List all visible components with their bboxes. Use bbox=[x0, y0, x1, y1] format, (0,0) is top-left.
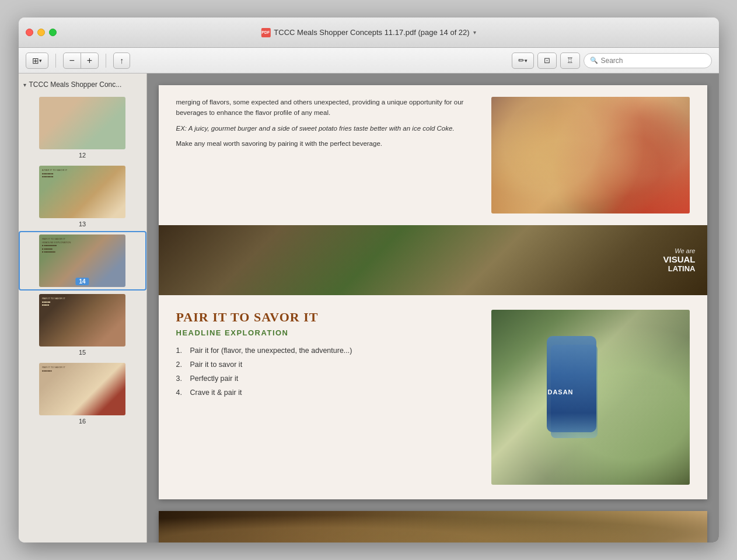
headline-exploration-label: HEADLINE EXPLORATION bbox=[176, 328, 477, 337]
list-text-2: Pair it to savor it bbox=[190, 360, 243, 369]
sidebar-arrow-icon: ▾ bbox=[23, 82, 26, 88]
sidebar-header: ▾ TCCC Meals Shopper Conc... bbox=[19, 78, 146, 93]
we-are-text: We are bbox=[663, 247, 695, 254]
pen-group: ✏ ▾ bbox=[512, 52, 534, 69]
close-button[interactable] bbox=[26, 29, 33, 36]
list-item: 3. Perfectly pair it bbox=[176, 374, 477, 383]
thumb-15-text: PAIR IT TO SAVOR IT■■■■■■■■■■■ bbox=[42, 297, 65, 307]
search-icon: 🔍 bbox=[590, 57, 598, 64]
thumb-16-inner: PAIR IT TO SAVOR IT■■■■■■■ bbox=[39, 363, 125, 415]
share-button[interactable]: ↑ bbox=[114, 53, 130, 68]
banner-food-image: We are VISUAL LATINA bbox=[159, 225, 707, 295]
list-num-2: 2. bbox=[176, 360, 186, 369]
list-text-4: Crave it & pair it bbox=[190, 388, 242, 397]
page-14-thumbnail: PAIR IT TO SAVOR ITHEADLINE EXPLORATION■… bbox=[39, 235, 125, 287]
list-num-4: 4. bbox=[176, 388, 186, 397]
visual-text: VISUAL bbox=[663, 254, 695, 264]
thumb-12-inner bbox=[39, 97, 125, 149]
page-nav-group: ⊡ bbox=[537, 52, 557, 69]
top-paragraph-3: Make any meal worth savoring by pairing … bbox=[176, 138, 480, 149]
list-num-3: 3. bbox=[176, 374, 186, 383]
titlebar-center: PDF TCCC Meals Shopper Concepts 11.17.pd… bbox=[261, 28, 476, 37]
pair-title: PAIR IT TO SAVOR IT bbox=[176, 310, 477, 325]
page-nav-button[interactable]: ⊡ bbox=[538, 53, 556, 68]
page-lower-text: PAIR IT TO SAVOR IT HEADLINE EXPLORATION… bbox=[176, 310, 477, 485]
share-icon: ↑ bbox=[120, 56, 124, 65]
thumb-13-text: A PAIR IT TO SAVOR IT■■■■■■■■■■■■■■■■ bbox=[42, 169, 67, 178]
dasan-label: DASAN bbox=[547, 388, 573, 396]
zoom-in-button[interactable]: + bbox=[81, 53, 98, 68]
sidebar-title: TCCC Meals Shopper Conc... bbox=[29, 80, 122, 89]
minimize-button[interactable] bbox=[37, 29, 45, 36]
list-item: 2. Pair it to savor it bbox=[176, 360, 477, 369]
pdf-icon: PDF bbox=[261, 28, 270, 37]
visual-latina-watermark: We are VISUAL LATINA bbox=[663, 247, 695, 273]
window-title: TCCC Meals Shopper Concepts 11.17.pdf (p… bbox=[274, 28, 469, 37]
sidebar-item-page15[interactable]: PAIR IT TO SAVOR IT■■■■■■■■■■■ 15 bbox=[19, 290, 146, 359]
pen-button[interactable]: ✏ ▾ bbox=[512, 53, 533, 68]
sidebar-toggle-button[interactable]: ⊞ ▾ bbox=[26, 53, 48, 68]
page-13-thumbnail: A PAIR IT TO SAVOR IT■■■■■■■■■■■■■■■■ bbox=[39, 166, 125, 218]
list-text-3: Perfectly pair it bbox=[190, 374, 239, 383]
sidebar-item-page12[interactable]: 12 bbox=[19, 93, 146, 162]
pdf-area[interactable]: merging of flavors, some expected and ot… bbox=[147, 74, 719, 542]
bottom-food-image bbox=[159, 511, 707, 542]
thumb-13-inner: A PAIR IT TO SAVOR IT■■■■■■■■■■■■■■■■ bbox=[39, 166, 125, 218]
top-italic-example: EX: A juicy, gourmet burger and a side o… bbox=[176, 123, 480, 134]
sidebar: ▾ TCCC Meals Shopper Conc... 12 A PAIR I… bbox=[19, 74, 147, 542]
pair-list: 1. Pair it for (flavor, the unexpected, … bbox=[176, 346, 477, 397]
list-text-1: Pair it for (flavor, the unexpected, the… bbox=[190, 346, 352, 355]
thumb-15-inner: PAIR IT TO SAVOR IT■■■■■■■■■■■ bbox=[39, 294, 125, 346]
zoom-out-button[interactable]: − bbox=[64, 53, 81, 68]
page-12-label: 12 bbox=[79, 152, 86, 159]
pdf-page-top: merging of flavors, some expected and ot… bbox=[159, 85, 707, 499]
list-item: 4. Crave it & pair it bbox=[176, 388, 477, 397]
list-item: 1. Pair it for (flavor, the unexpected, … bbox=[176, 346, 477, 355]
top-paragraph-1: merging of flavors, some expected and ot… bbox=[176, 97, 480, 118]
share-group: ↑ bbox=[113, 52, 130, 69]
main-content: ▾ TCCC Meals Shopper Conc... 12 A PAIR I… bbox=[19, 74, 719, 542]
page-14-badge: 14 bbox=[75, 278, 89, 285]
page-15-thumbnail: PAIR IT TO SAVOR IT■■■■■■■■■■■ bbox=[39, 294, 125, 346]
page-13-label: 13 bbox=[79, 220, 86, 228]
food-burger-image bbox=[491, 97, 690, 214]
traffic-lights bbox=[26, 29, 57, 36]
bookmark-group: ♖ bbox=[560, 52, 580, 69]
thumb-16-text: PAIR IT TO SAVOR IT■■■■■■■ bbox=[42, 366, 65, 372]
maximize-button[interactable] bbox=[49, 29, 57, 36]
app-window: PDF TCCC Meals Shopper Concepts 11.17.pd… bbox=[19, 18, 719, 542]
sidebar-toggle-chevron: ▾ bbox=[39, 58, 42, 64]
page-top-text: merging of flavors, some expected and ot… bbox=[176, 97, 480, 214]
titlebar: PDF TCCC Meals Shopper Concepts 11.17.pd… bbox=[19, 18, 719, 48]
search-input[interactable] bbox=[601, 57, 705, 65]
separator-2 bbox=[106, 54, 106, 68]
page-16-thumbnail: PAIR IT TO SAVOR IT■■■■■■■ bbox=[39, 363, 125, 415]
search-box[interactable]: 🔍 bbox=[584, 53, 712, 68]
title-chevron-icon[interactable]: ▾ bbox=[473, 29, 476, 36]
toolbar-right: ✏ ▾ ⊡ ♖ 🔍 bbox=[512, 52, 712, 69]
pdf-page-bottom bbox=[159, 511, 707, 542]
page-12-thumbnail bbox=[39, 97, 125, 149]
list-num-1: 1. bbox=[176, 346, 186, 355]
sidebar-toggle-icon: ⊞ bbox=[32, 56, 39, 65]
zoom-group: − + bbox=[63, 52, 99, 69]
thumb-14-text: PAIR IT TO SAVOR ITHEADLINE EXPLORATION■… bbox=[42, 237, 71, 254]
bookmark-icon: ♖ bbox=[567, 56, 574, 65]
page-16-label: 16 bbox=[79, 418, 86, 425]
page-nav-icon: ⊡ bbox=[544, 56, 550, 65]
page-15-label: 15 bbox=[79, 349, 86, 356]
toolbar: ⊞ ▾ − + ↑ ✏ ▾ bbox=[19, 48, 719, 74]
sidebar-item-page13[interactable]: A PAIR IT TO SAVOR IT■■■■■■■■■■■■■■■■ 13 bbox=[19, 162, 146, 231]
sidebar-toggle-group[interactable]: ⊞ ▾ bbox=[26, 52, 48, 69]
page-top-section: merging of flavors, some expected and ot… bbox=[159, 85, 707, 225]
sidebar-item-page14[interactable]: PAIR IT TO SAVOR ITHEADLINE EXPLORATION■… bbox=[19, 231, 146, 290]
pen-icon: ✏ bbox=[518, 56, 525, 65]
dasan-water-image: DASAN bbox=[491, 310, 690, 485]
zoom-in-icon: + bbox=[87, 55, 92, 66]
page-lower-section: PAIR IT TO SAVOR IT HEADLINE EXPLORATION… bbox=[159, 295, 707, 499]
zoom-out-icon: − bbox=[69, 55, 75, 66]
sidebar-item-page16[interactable]: PAIR IT TO SAVOR IT■■■■■■■ 16 bbox=[19, 359, 146, 428]
latina-text: LATINA bbox=[663, 264, 695, 273]
separator-1 bbox=[55, 54, 56, 68]
bookmark-button[interactable]: ♖ bbox=[561, 53, 579, 68]
